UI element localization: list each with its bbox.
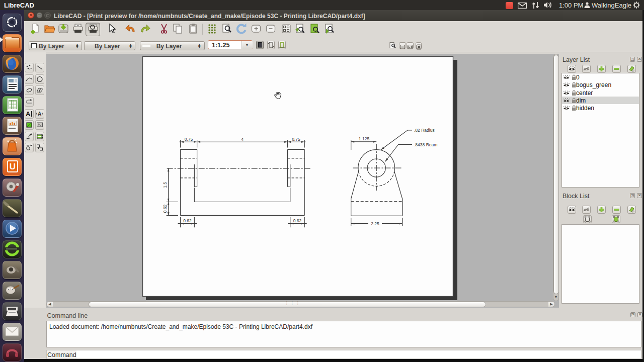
svg-text:0.62: 0.62 bbox=[293, 218, 302, 223]
svg-text:0.62: 0.62 bbox=[183, 218, 192, 223]
svg-text:.8438 Ream: .8438 Ream bbox=[414, 142, 437, 147]
svg-text:1.5: 1.5 bbox=[163, 182, 168, 188]
svg-text:4: 4 bbox=[241, 137, 244, 142]
svg-text:1.125: 1.125 bbox=[359, 136, 370, 141]
svg-text:0.62: 0.62 bbox=[163, 204, 168, 213]
svg-text:A: A bbox=[26, 110, 31, 118]
svg-text:2.25: 2.25 bbox=[371, 221, 379, 226]
svg-text:0.75: 0.75 bbox=[185, 137, 193, 142]
svg-text:0.75: 0.75 bbox=[292, 137, 300, 142]
svg-text:.82 Radius: .82 Radius bbox=[414, 128, 435, 133]
svg-text:A: A bbox=[38, 111, 41, 117]
